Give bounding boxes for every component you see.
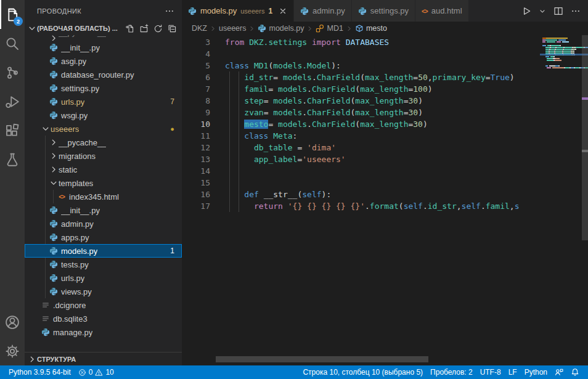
- line-number[interactable]: 15: [182, 177, 210, 189]
- tree-item-settings-py[interactable]: settings.py: [25, 81, 182, 95]
- vertical-scrollbar[interactable]: [582, 35, 588, 365]
- code-line-3[interactable]: from DKZ.settings import DATABASES: [225, 36, 542, 48]
- tree-item-admin-py[interactable]: admin.py: [25, 217, 182, 230]
- code-line-13[interactable]: app_label='useeers': [225, 153, 542, 165]
- activity-item-source-control[interactable]: [0, 58, 25, 87]
- activity-item-explorer[interactable]: 2: [0, 0, 25, 29]
- status-feedback[interactable]: [551, 365, 567, 379]
- line-number[interactable]: 17: [182, 200, 210, 212]
- tree-item-templates[interactable]: templates: [25, 176, 182, 190]
- code-line-17[interactable]: return '{} {} {} {} {}'.format(self.id_s…: [225, 200, 542, 212]
- tab-models-py[interactable]: models.pyuseeers1: [182, 0, 294, 22]
- code-line-9[interactable]: zvan= models.CharField(max_length=30): [225, 107, 542, 118]
- tab-admin-py[interactable]: admin.py: [294, 0, 352, 22]
- line-number[interactable]: 13: [182, 153, 210, 165]
- line-number[interactable]: 5: [182, 60, 210, 71]
- line-number[interactable]: 11: [182, 130, 210, 142]
- line-number[interactable]: 12: [182, 142, 210, 153]
- breadcrumb-item-dkz[interactable]: DKZ: [192, 24, 207, 33]
- line-number[interactable]: 6: [182, 71, 210, 83]
- code-line-4[interactable]: [225, 48, 542, 60]
- tree-item-migrations[interactable]: migrations: [25, 149, 182, 163]
- tree-item--init-py[interactable]: __init__.py: [25, 41, 182, 54]
- python-file-icon: [49, 111, 59, 120]
- tree-item--dcignore[interactable]: .dcignore: [25, 298, 182, 312]
- code-line-5[interactable]: class MD1(models.Model):: [225, 60, 542, 71]
- status-bell[interactable]: [567, 365, 583, 379]
- line-number[interactable]: 3: [182, 36, 210, 48]
- chevron-right-icon: [210, 25, 216, 32]
- vertical-scrollbar-thumb[interactable]: [582, 35, 588, 240]
- chevron-right-icon: [49, 152, 59, 160]
- line-number[interactable]: 8: [182, 95, 210, 107]
- tab-settings-py[interactable]: settings.py: [352, 0, 415, 22]
- activity-item-settings[interactable]: [0, 336, 25, 365]
- code-line-16[interactable]: def __str__(self):: [225, 189, 542, 200]
- line-number[interactable]: 9: [182, 107, 210, 118]
- activity-item-testing[interactable]: [0, 145, 25, 174]
- line-number[interactable]: 10: [182, 118, 210, 130]
- collapse-all-icon[interactable]: [168, 24, 177, 33]
- activity-item-account[interactable]: [0, 308, 25, 336]
- tree-item-views-py[interactable]: views.py: [25, 285, 182, 298]
- tree-item-static[interactable]: static: [25, 163, 182, 176]
- line-number[interactable]: 14: [182, 165, 210, 177]
- tree-item-urls-py[interactable]: urls.py: [25, 271, 182, 285]
- split-editor-icon[interactable]: [553, 6, 563, 16]
- tree-item-useeers[interactable]: useeers●: [25, 122, 182, 136]
- status-cursor-position[interactable]: Строка 10, столбец 10 (выбрано 5): [299, 365, 427, 379]
- new-file-icon[interactable]: [125, 24, 134, 33]
- new-folder-icon[interactable]: [139, 24, 149, 33]
- status-language-mode[interactable]: Python: [521, 365, 551, 379]
- breadcrumb-item-mesto[interactable]: mesto: [355, 24, 387, 33]
- status-indentation[interactable]: Пробелов: 2: [427, 365, 476, 379]
- tree-item--pycache-[interactable]: __pycache__: [25, 35, 182, 41]
- activity-item-extensions[interactable]: [0, 116, 25, 145]
- tree-item--init-py[interactable]: __init__.py: [25, 203, 182, 217]
- tree-item-wsgi-py[interactable]: wsgi.py: [25, 108, 182, 122]
- run-dropdown-icon[interactable]: [539, 7, 546, 15]
- breadcrumb-item-md1[interactable]: MD1: [316, 24, 343, 33]
- line-number[interactable]: 7: [182, 83, 210, 95]
- tree-item-db-sqlite3[interactable]: db.sqlite3: [25, 312, 182, 325]
- workspace-section-header[interactable]: (РАБОЧАЯ ОБЛАСТЬ) ...: [25, 22, 182, 35]
- status-python-interpreter[interactable]: Python 3.9.5 64-bit: [5, 365, 75, 379]
- tree-item-index345-html[interactable]: <>index345.html: [25, 190, 182, 203]
- code-line-12[interactable]: db_table = 'dima': [225, 142, 542, 153]
- refresh-icon[interactable]: [153, 24, 163, 33]
- run-icon[interactable]: [521, 6, 531, 16]
- code-editor[interactable]: 34567891011121314151617 from DKZ.setting…: [182, 35, 588, 365]
- code-line-14[interactable]: [225, 165, 542, 177]
- tree-item-apps-py[interactable]: apps.py: [25, 230, 182, 244]
- tree-item-urls-py[interactable]: urls.py7: [25, 95, 182, 108]
- horizontal-scrollbar-thumb[interactable]: [216, 356, 428, 362]
- code-line-11[interactable]: class Meta:: [225, 130, 542, 142]
- tree-item-models-py[interactable]: models.py1: [25, 244, 182, 258]
- tree-item-asgi-py[interactable]: asgi.py: [25, 54, 182, 68]
- more-actions-icon[interactable]: [571, 6, 581, 16]
- minimap[interactable]: [542, 37, 582, 365]
- line-number[interactable]: 4: [182, 48, 210, 60]
- tab-aud-html[interactable]: <>aud.html: [415, 0, 469, 22]
- activity-item-search[interactable]: [0, 29, 25, 58]
- tree-item-manage-py[interactable]: manage.py: [25, 325, 182, 339]
- tree-item-tests-py[interactable]: tests.py: [25, 258, 182, 271]
- tree-item--pycache-[interactable]: __pycache__: [25, 136, 182, 149]
- breadcrumb-item-useeers[interactable]: useeers: [219, 24, 246, 33]
- status-eol[interactable]: LF: [505, 365, 521, 379]
- line-number[interactable]: 16: [182, 189, 210, 200]
- code-line-7[interactable]: famil= models.CharField(max_length=100): [225, 83, 542, 95]
- breadcrumb-item-models-py[interactable]: models.py: [258, 24, 304, 33]
- code-token: =: [413, 73, 418, 82]
- close-icon[interactable]: [279, 7, 287, 15]
- tree-item-database-roouter-py[interactable]: database_roouter.py: [25, 68, 182, 81]
- code-line-8[interactable]: step= models.CharField(max_length=30): [225, 95, 542, 107]
- status-problems[interactable]: 010: [75, 365, 118, 379]
- code-line-15[interactable]: [225, 177, 542, 189]
- code-line-10[interactable]: mesto= models.CharField(max_length=30): [225, 118, 542, 130]
- explorer-more-actions-icon[interactable]: [165, 6, 174, 16]
- outline-section-header[interactable]: СТРУКТУРА: [25, 352, 182, 365]
- code-line-6[interactable]: id_str= models.CharField(max_length=50,p…: [225, 71, 542, 83]
- activity-item-run-debug[interactable]: [0, 87, 25, 116]
- status-encoding[interactable]: UTF-8: [476, 365, 505, 379]
